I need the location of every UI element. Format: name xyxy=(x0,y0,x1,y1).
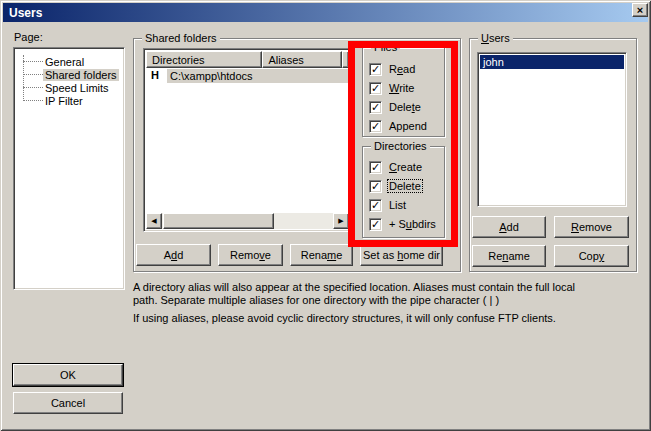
sidebar-item-shared-folders[interactable]: Shared folders xyxy=(14,68,119,81)
checkbox-label: Delete xyxy=(388,180,422,192)
directories-group: Directories ✓ Create ✓ Delete ✓ List ✓ +… xyxy=(362,146,445,238)
checkbox-label: Append xyxy=(388,120,428,132)
ok-button[interactable]: OK xyxy=(13,364,123,386)
checkbox-checked-icon: ✓ xyxy=(369,63,382,76)
page-label: Page: xyxy=(14,31,43,43)
remove-user-button[interactable]: Remove xyxy=(554,216,629,238)
checkbox-label: Delete xyxy=(388,101,422,113)
checkbox-label: Read xyxy=(388,63,416,75)
scroll-right-icon: ▶ xyxy=(338,217,343,225)
tree-connector xyxy=(23,61,43,62)
horizontal-scrollbar[interactable]: ◀ ▶ xyxy=(146,213,349,229)
title-bar: Users xyxy=(3,3,648,22)
column-header-filler xyxy=(342,51,349,68)
directories-group-label: Directories xyxy=(371,140,430,152)
list-header: Directories Aliases xyxy=(146,51,349,68)
checkbox-write[interactable]: ✓ Write xyxy=(369,81,415,95)
checkbox-delete-dir[interactable]: ✓ Delete xyxy=(369,179,422,193)
alias-note-line1: A directory alias will also appear at th… xyxy=(133,281,575,293)
cancel-button[interactable]: Cancel xyxy=(13,392,123,414)
tree-connector xyxy=(23,87,43,88)
column-header-aliases[interactable]: Aliases xyxy=(262,51,342,68)
add-user-button[interactable]: Add xyxy=(472,216,546,238)
tree-connector xyxy=(23,74,43,75)
alias-note-line2: path. Separate multiple aliases for one … xyxy=(133,294,499,306)
remove-directory-button[interactable]: Remove xyxy=(218,244,283,266)
checkbox-list[interactable]: ✓ List xyxy=(369,198,407,212)
directory-row[interactable]: H C:\xampp\htdocs xyxy=(146,69,349,83)
sidebar-item-general[interactable]: General xyxy=(14,55,86,68)
column-header-label: Aliases xyxy=(268,54,303,66)
button-label: Rename xyxy=(301,249,343,261)
button-label: Remove xyxy=(571,221,612,233)
sidebar-item-ip-filter[interactable]: IP Filter xyxy=(14,94,85,107)
directory-path: C:\xampp\htdocs xyxy=(170,70,253,82)
window-title: Users xyxy=(3,6,42,20)
scrollbar-track[interactable] xyxy=(274,213,333,229)
close-button[interactable]: × xyxy=(632,3,648,17)
checkbox-label: Create xyxy=(388,161,423,173)
page-tree: General Shared folders Speed Limits IP F… xyxy=(13,47,125,290)
alias-note-line3: If using aliases, please avoid cyclic di… xyxy=(133,312,556,324)
scroll-left-button[interactable]: ◀ xyxy=(146,213,162,229)
checkbox-checked-icon: ✓ xyxy=(369,161,382,174)
set-as-home-dir-button[interactable]: Set as home dir xyxy=(360,244,443,266)
button-label: Add xyxy=(499,221,519,233)
button-label: Add xyxy=(164,249,184,261)
checkbox-create[interactable]: ✓ Create xyxy=(369,160,423,174)
users-dialog: Users × Page: General Shared folders Spe… xyxy=(0,0,651,431)
tree-item-label: Shared folders xyxy=(43,69,119,81)
rename-user-button[interactable]: Rename xyxy=(472,245,546,267)
checkbox-delete-file[interactable]: ✓ Delete xyxy=(369,100,422,114)
button-label: Set as home dir xyxy=(363,249,440,261)
users-group-label: Users xyxy=(478,32,513,44)
checkbox-label: Write xyxy=(388,82,415,94)
home-marker: H xyxy=(151,69,159,81)
sidebar-item-speed-limits[interactable]: Speed Limits xyxy=(14,81,111,94)
scrollbar-thumb[interactable] xyxy=(163,213,274,229)
checkbox-checked-icon: ✓ xyxy=(369,218,382,231)
scroll-left-icon: ◀ xyxy=(151,217,156,225)
users-list: john xyxy=(477,52,627,207)
button-label: Remove xyxy=(230,249,271,261)
tree-item-label: Speed Limits xyxy=(43,82,111,94)
files-group: Files ✓ Read ✓ Write ✓ Delete ✓ Append xyxy=(362,47,445,137)
checkbox-label: + Subdirs xyxy=(388,218,437,230)
column-header-label: Directories xyxy=(152,54,205,66)
shared-folders-group-label: Shared folders xyxy=(142,32,220,44)
add-directory-button[interactable]: Add xyxy=(136,244,211,266)
checkbox-checked-icon: ✓ xyxy=(369,101,382,114)
button-label: Rename xyxy=(488,250,530,262)
checkbox-append[interactable]: ✓ Append xyxy=(369,119,428,133)
scroll-right-button[interactable]: ▶ xyxy=(333,213,349,229)
checkbox-checked-icon: ✓ xyxy=(369,120,382,133)
shared-folders-list: Directories Aliases H C:\xampp\htdocs ◀ … xyxy=(143,48,352,232)
checkbox-checked-icon: ✓ xyxy=(369,82,382,95)
column-header-directories[interactable]: Directories xyxy=(146,51,262,68)
checkbox-label: List xyxy=(388,199,407,211)
checkbox-checked-icon: ✓ xyxy=(369,199,382,212)
checkbox-subdirs[interactable]: ✓ + Subdirs xyxy=(369,217,437,231)
files-group-label: Files xyxy=(371,41,400,53)
checkbox-read[interactable]: ✓ Read xyxy=(369,62,416,76)
tree-connector xyxy=(23,100,43,101)
rename-directory-button[interactable]: Rename xyxy=(290,244,353,266)
tree-item-label: General xyxy=(43,56,86,68)
copy-user-button[interactable]: Copy xyxy=(554,245,629,267)
checkbox-checked-icon: ✓ xyxy=(369,180,382,193)
user-item-john[interactable]: john xyxy=(480,55,624,69)
button-label: Copy xyxy=(579,250,605,262)
close-icon: × xyxy=(637,5,643,15)
tree-item-label: IP Filter xyxy=(43,95,85,107)
